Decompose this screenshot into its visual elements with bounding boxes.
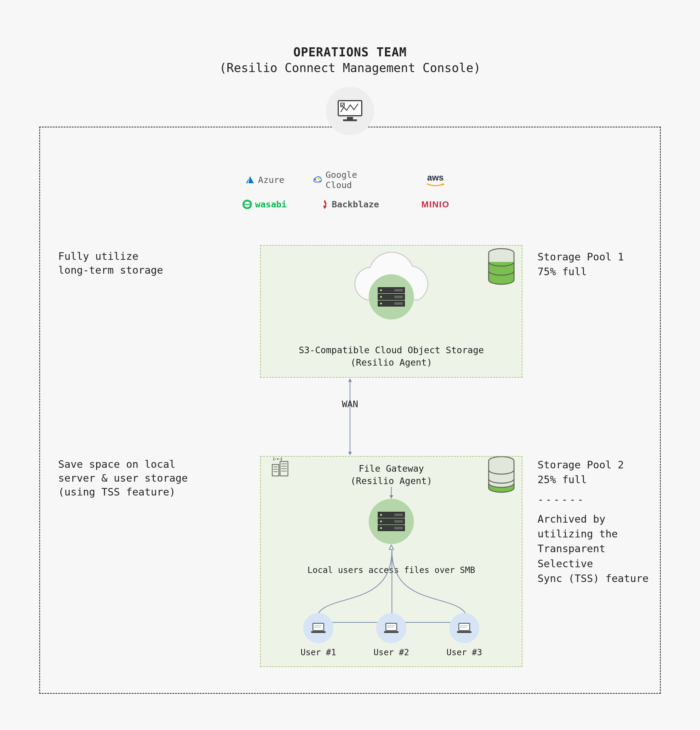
gateway-server-icon xyxy=(369,499,414,544)
svg-rect-46 xyxy=(384,631,399,633)
svg-rect-17 xyxy=(394,296,403,298)
svg-point-36 xyxy=(380,527,382,529)
page-subtitle: (Resilio Connect Management Console) xyxy=(0,61,700,75)
svg-point-35 xyxy=(380,521,382,522)
svg-rect-42 xyxy=(311,631,326,633)
svg-point-15 xyxy=(380,302,382,304)
local-gateway-box: File Gateway (Resilio Agent) Local users… xyxy=(260,456,522,667)
svg-rect-38 xyxy=(394,520,403,523)
gateway-to-server-arrow xyxy=(389,487,394,499)
svg-point-14 xyxy=(380,296,382,298)
minio-logo: MINIO xyxy=(421,200,450,209)
user-1: User #1 xyxy=(301,613,336,657)
svg-rect-37 xyxy=(394,514,403,516)
laptop-icon xyxy=(449,613,479,643)
cloud-server-icon xyxy=(369,274,414,320)
wan-label: WAN xyxy=(342,399,358,409)
user-3: User #3 xyxy=(446,613,482,657)
wan-arrow xyxy=(346,378,354,456)
svg-point-13 xyxy=(380,289,382,291)
svg-rect-45 xyxy=(386,623,397,631)
page-title: OPERATIONS TEAM xyxy=(0,45,700,59)
laptop-icon xyxy=(303,613,333,643)
svg-rect-49 xyxy=(459,623,470,631)
console-icon xyxy=(326,87,374,135)
management-scope-box: Azure Google Cloud aws wasabi Backblaze … xyxy=(39,127,661,694)
svg-point-4 xyxy=(314,179,316,181)
left-label-bottom: Save space on local server & user storag… xyxy=(58,457,227,499)
cloud-provider-logos: Azure Google Cloud aws wasabi Backblaze … xyxy=(227,170,473,209)
azure-logo: Azure xyxy=(245,175,284,185)
aws-logo: aws xyxy=(426,173,444,187)
svg-rect-16 xyxy=(394,289,403,292)
cloud-storage-box: S3-Compatible Cloud Object Storage (Resi… xyxy=(260,245,522,378)
svg-point-34 xyxy=(380,514,382,516)
svg-rect-39 xyxy=(394,527,403,529)
backblaze-logo: Backblaze xyxy=(321,199,379,209)
google-cloud-logo: Google Cloud xyxy=(312,170,388,190)
cloud-box-label: S3-Compatible Cloud Object Storage (Resi… xyxy=(261,344,522,369)
svg-point-6 xyxy=(319,181,321,182)
storage-pool-2-label: Storage Pool 2 25% full ------ Archived … xyxy=(538,457,658,586)
gateway-label: File Gateway (Resilio Agent) xyxy=(261,463,522,487)
user-2: User #2 xyxy=(374,613,409,657)
storage-pool-1-label: Storage Pool 1 75% full xyxy=(538,250,658,279)
wasabi-logo: wasabi xyxy=(243,199,287,209)
user-row: User #1 User #2 User #3 xyxy=(261,613,522,657)
laptop-icon xyxy=(376,613,406,643)
svg-rect-50 xyxy=(457,631,472,633)
svg-rect-1 xyxy=(347,117,353,119)
left-label-top: Fully utilize long-term storage xyxy=(58,250,227,277)
svg-rect-2 xyxy=(343,119,357,121)
svg-point-5 xyxy=(318,178,320,180)
svg-rect-41 xyxy=(313,623,324,631)
svg-rect-18 xyxy=(394,302,403,305)
